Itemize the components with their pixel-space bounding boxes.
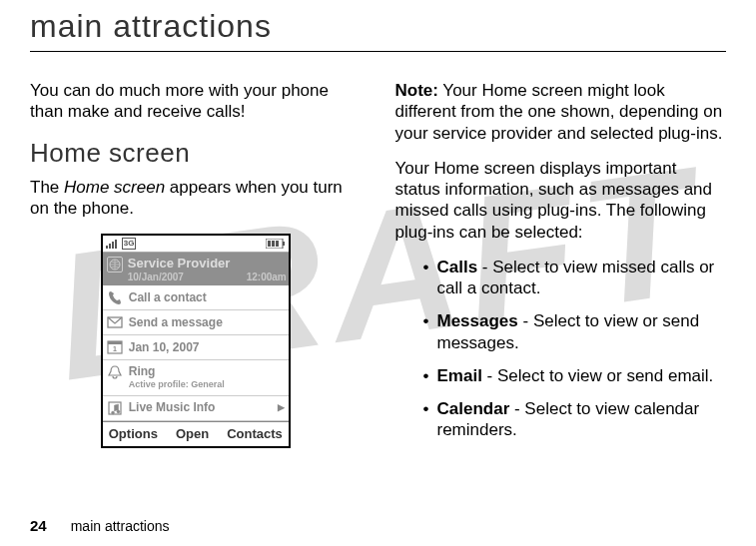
svg-rect-0 — [106, 246, 108, 249]
plugin-music-label: Live Music Info — [129, 400, 216, 415]
plugin-ring-text: Ring Active profile: General — [129, 364, 225, 390]
bullet-calls-text: - Select to view missed calls or call a … — [437, 258, 715, 297]
bullet-messages-label: Messages — [437, 311, 518, 330]
bell-icon — [107, 364, 123, 380]
status-right — [266, 239, 286, 249]
left-column: You can do much more with your phone tha… — [30, 80, 362, 453]
home-screen-desc: The Home screen appears when you turn on… — [30, 177, 362, 220]
svg-rect-1 — [109, 244, 111, 249]
bullet-calls: Calls - Select to view missed calls or c… — [423, 257, 727, 299]
svg-rect-3 — [115, 240, 117, 249]
desc-pre: The — [30, 178, 64, 197]
intro-text: You can do much more with your phone tha… — [30, 80, 362, 123]
note-label: Note: — [395, 81, 438, 100]
phone-softkeys: Options Open Contacts — [103, 421, 289, 446]
columns: You can do much more with your phone tha… — [30, 80, 726, 453]
plugin-call: Call a contact — [103, 285, 289, 310]
bullet-messages: Messages - Select to view or send messag… — [423, 310, 727, 353]
page-content: main attractions You can do much more wi… — [0, 0, 756, 453]
phone-mockup: 3G Service Provider 10/Jan/2007 12:0 — [101, 234, 291, 448]
bullet-calendar-label: Calendar — [437, 399, 510, 418]
bullet-email-label: Email — [437, 366, 482, 385]
network-badge: 3G — [122, 238, 137, 250]
softkey-left: Options — [109, 426, 158, 442]
svg-rect-6 — [268, 241, 271, 247]
chevron-right-icon: ▶ — [278, 402, 285, 413]
desc-italic: Home screen — [64, 178, 165, 197]
provider-date: 10/Jan/2007 — [128, 272, 184, 284]
plugins-intro: Your Home screen displays important stat… — [395, 158, 727, 243]
provider-title: Service Provider — [128, 256, 287, 272]
svg-rect-2 — [112, 242, 114, 249]
bullet-email-text: - Select to view or send email. — [482, 366, 713, 385]
right-column: Note: Your Home screen might look differ… — [395, 80, 727, 453]
page-title: main attractions — [30, 8, 726, 51]
note-text: Your Home screen might look different fr… — [395, 81, 723, 143]
provider-time: 12:00am — [247, 272, 287, 284]
plugin-calendar-label: Jan 10, 2007 — [129, 340, 200, 355]
plugin-ring: Ring Active profile: General — [103, 360, 289, 395]
phone-statusbar: 3G — [103, 236, 289, 253]
page-footer: 24 main attractions — [30, 517, 170, 534]
plugin-message: Send a message — [103, 310, 289, 335]
footer-section: main attractions — [71, 518, 170, 534]
phone-icon — [107, 289, 123, 305]
home-screen-heading: Home screen — [30, 137, 362, 170]
bullet-calendar: Calendar - Select to view calendar remin… — [423, 398, 727, 441]
page-number: 24 — [30, 517, 47, 534]
provider-text: Service Provider 10/Jan/2007 12:00am — [128, 256, 287, 284]
svg-rect-12 — [108, 341, 122, 344]
envelope-icon — [107, 314, 123, 330]
svg-text:1: 1 — [113, 345, 117, 352]
plugin-calendar: 1 Jan 10, 2007 — [103, 335, 289, 360]
svg-rect-8 — [276, 241, 279, 247]
title-rule — [30, 51, 726, 52]
plugins-list: Calls - Select to view missed calls or c… — [395, 257, 727, 441]
svg-rect-5 — [283, 242, 285, 246]
plugin-message-label: Send a message — [129, 315, 223, 330]
bullet-calls-label: Calls — [437, 258, 478, 276]
bullet-email: Email - Select to view or send email. — [423, 365, 727, 386]
status-left: 3G — [106, 238, 137, 250]
provider-icon — [107, 257, 123, 273]
plugin-call-label: Call a contact — [129, 290, 207, 305]
provider-sub: 10/Jan/2007 12:00am — [128, 272, 287, 284]
music-icon — [107, 400, 123, 416]
plugin-ring-label: Ring — [129, 364, 156, 378]
svg-rect-7 — [272, 241, 275, 247]
battery-icon — [266, 239, 286, 249]
calendar-icon: 1 — [107, 339, 123, 355]
plugin-music: Live Music Info ▶ — [103, 396, 289, 421]
softkey-center: Open — [176, 426, 209, 442]
softkey-right: Contacts — [227, 426, 283, 442]
signal-icon — [106, 239, 120, 249]
plugin-ring-sub: Active profile: General — [129, 379, 225, 390]
provider-row: Service Provider 10/Jan/2007 12:00am — [103, 253, 289, 286]
note-paragraph: Note: Your Home screen might look differ… — [395, 80, 727, 144]
